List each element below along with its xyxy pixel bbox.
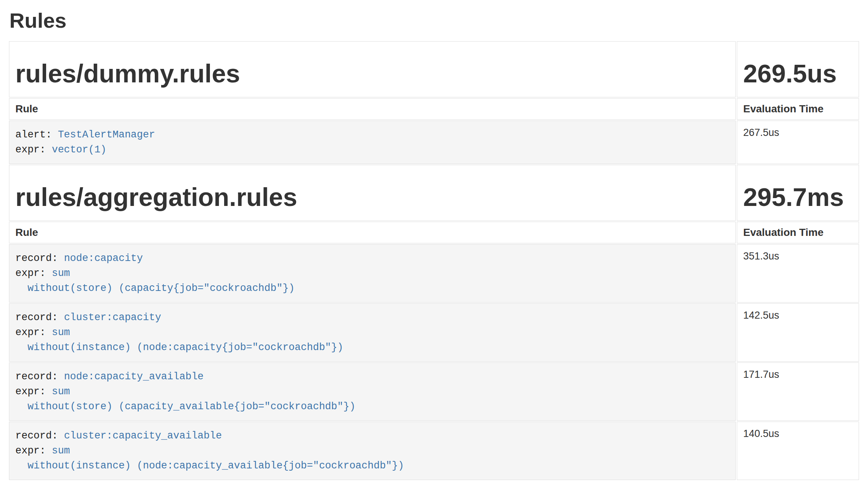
rule-expression-link[interactable]: sum: [52, 327, 70, 338]
rule-definition-cell: record: cluster:capacityexpr: sum withou…: [9, 303, 736, 362]
rule-group-eval-time-cell: 269.5us: [737, 41, 859, 97]
rule-group-eval-time: 295.7ms: [743, 182, 853, 212]
rule-name-link[interactable]: cluster:capacity: [64, 312, 161, 323]
rule-keyword: record:: [15, 430, 64, 441]
rule-code-line: without(instance) (node:capacity{job="co…: [15, 340, 729, 355]
rule-expression-link[interactable]: without(store) (capacity_available{job="…: [15, 401, 355, 412]
rule-code-line: without(store) (capacity_available{job="…: [15, 399, 729, 414]
rule-row: record: cluster:capacity_availableexpr: …: [9, 422, 859, 480]
rule-code-line: record: node:capacity_available: [15, 369, 729, 384]
rule-expression-link[interactable]: without(store) (capacity{job="cockroachd…: [15, 283, 295, 294]
rule-group-name: rules/dummy.rules: [15, 59, 729, 88]
rule-code-line: expr: sum: [15, 325, 729, 340]
rule-keyword: expr:: [15, 445, 52, 456]
rule-row: record: node:capacityexpr: sum without(s…: [9, 244, 859, 303]
column-header-row: RuleEvaluation Time: [9, 98, 859, 120]
rule-group-name: rules/aggregation.rules: [15, 182, 729, 212]
rule-eval-time-value: 142.5us: [743, 310, 779, 321]
rule-group-name-cell: rules/aggregation.rules: [9, 165, 736, 221]
rule-eval-time-cell: 267.5us: [737, 121, 859, 164]
rule-code-line: expr: vector(1): [15, 142, 729, 157]
rule-name-link[interactable]: cluster:capacity_available: [64, 430, 222, 441]
rule-keyword: record:: [15, 312, 64, 323]
rule-keyword: expr:: [15, 386, 52, 397]
rule-expression-link[interactable]: sum: [52, 386, 70, 397]
rule-definition-cell: alert: TestAlertManagerexpr: vector(1): [9, 121, 736, 164]
rule-eval-time-value: 267.5us: [743, 127, 779, 138]
rule-expression-link[interactable]: sum: [52, 445, 70, 456]
rule-eval-time-value: 171.7us: [743, 369, 779, 380]
rule-code-line: expr: sum: [15, 384, 729, 399]
rule-code-line: without(store) (capacity{job="cockroachd…: [15, 281, 729, 296]
rule-code-line: record: cluster:capacity_available: [15, 428, 729, 443]
rule-definition-cell: record: node:capacity_availableexpr: sum…: [9, 362, 736, 421]
rule-group-eval-time: 269.5us: [743, 59, 853, 88]
rule-definition-cell: record: node:capacityexpr: sum without(s…: [9, 244, 736, 303]
rules-table: rules/dummy.rules269.5usRuleEvaluation T…: [8, 40, 860, 481]
rule-row: record: node:capacity_availableexpr: sum…: [9, 362, 859, 421]
rule-code-line: record: node:capacity: [15, 251, 729, 266]
rule-group-name-cell: rules/dummy.rules: [9, 41, 736, 97]
rule-eval-time-value: 351.3us: [743, 250, 779, 262]
evaluation-time-column-header: Evaluation Time: [737, 222, 859, 243]
rule-eval-time-cell: 140.5us: [737, 422, 859, 480]
rule-keyword: expr:: [15, 268, 52, 279]
rule-definition-cell: record: cluster:capacity_availableexpr: …: [9, 422, 736, 480]
rule-eval-time-cell: 171.7us: [737, 362, 859, 421]
rule-name-link[interactable]: node:capacity_available: [64, 371, 204, 382]
rule-expression-link[interactable]: sum: [52, 268, 70, 279]
rule-name-link[interactable]: node:capacity: [64, 253, 143, 264]
rule-row: alert: TestAlertManagerexpr: vector(1)26…: [9, 121, 859, 164]
rule-code-line: alert: TestAlertManager: [15, 127, 729, 142]
rule-keyword: record:: [15, 253, 64, 264]
rule-column-header: Rule: [9, 222, 736, 243]
rule-group-header-row: rules/aggregation.rules295.7ms: [9, 165, 859, 221]
rule-group-eval-time-cell: 295.7ms: [737, 165, 859, 221]
rule-expression-link[interactable]: without(instance) (node:capacity_availab…: [15, 460, 404, 471]
rule-keyword: expr:: [15, 144, 52, 155]
rule-group-header-row: rules/dummy.rules269.5us: [9, 41, 859, 97]
rule-eval-time-value: 140.5us: [743, 428, 779, 439]
rule-eval-time-cell: 142.5us: [737, 303, 859, 362]
rule-code-line: expr: sum: [15, 443, 729, 458]
evaluation-time-column-header: Evaluation Time: [737, 98, 859, 120]
rule-keyword: alert:: [15, 129, 58, 140]
rule-expression-link[interactable]: vector(1): [52, 144, 106, 155]
rule-name-link[interactable]: TestAlertManager: [58, 129, 155, 140]
rule-eval-time-cell: 351.3us: [737, 244, 859, 303]
rule-keyword: record:: [15, 371, 64, 382]
rule-keyword: expr:: [15, 327, 52, 338]
rule-code-line: record: cluster:capacity: [15, 310, 729, 325]
rule-expression-link[interactable]: without(instance) (node:capacity{job="co…: [15, 342, 343, 353]
rule-row: record: cluster:capacityexpr: sum withou…: [9, 303, 859, 362]
page-title: Rules: [9, 9, 860, 32]
rule-column-header: Rule: [9, 98, 736, 120]
rule-code-line: expr: sum: [15, 266, 729, 281]
rule-code-line: without(instance) (node:capacity_availab…: [15, 458, 729, 473]
column-header-row: RuleEvaluation Time: [9, 222, 859, 243]
